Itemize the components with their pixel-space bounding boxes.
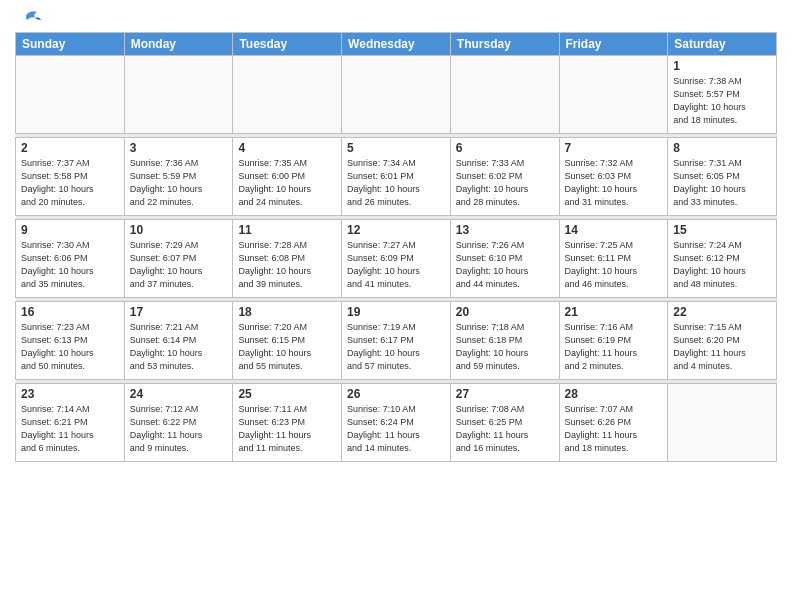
day-number: 19 (347, 305, 445, 319)
logo-bird-icon (19, 10, 41, 28)
day-number: 15 (673, 223, 771, 237)
table-row: 27Sunrise: 7:08 AM Sunset: 6:25 PM Dayli… (450, 384, 559, 462)
day-info: Sunrise: 7:28 AM Sunset: 6:08 PM Dayligh… (238, 239, 336, 291)
logo (15, 10, 41, 24)
day-info: Sunrise: 7:25 AM Sunset: 6:11 PM Dayligh… (565, 239, 663, 291)
page-header (15, 10, 777, 24)
day-number: 24 (130, 387, 228, 401)
table-row (16, 56, 125, 134)
table-row: 7Sunrise: 7:32 AM Sunset: 6:03 PM Daylig… (559, 138, 668, 216)
day-info: Sunrise: 7:10 AM Sunset: 6:24 PM Dayligh… (347, 403, 445, 455)
day-number: 21 (565, 305, 663, 319)
table-row: 4Sunrise: 7:35 AM Sunset: 6:00 PM Daylig… (233, 138, 342, 216)
day-number: 11 (238, 223, 336, 237)
day-info: Sunrise: 7:15 AM Sunset: 6:20 PM Dayligh… (673, 321, 771, 373)
table-row: 11Sunrise: 7:28 AM Sunset: 6:08 PM Dayli… (233, 220, 342, 298)
table-row: 20Sunrise: 7:18 AM Sunset: 6:18 PM Dayli… (450, 302, 559, 380)
table-row: 14Sunrise: 7:25 AM Sunset: 6:11 PM Dayli… (559, 220, 668, 298)
day-info: Sunrise: 7:38 AM Sunset: 5:57 PM Dayligh… (673, 75, 771, 127)
day-number: 4 (238, 141, 336, 155)
weekday-header-row: Sunday Monday Tuesday Wednesday Thursday… (16, 33, 777, 56)
day-number: 28 (565, 387, 663, 401)
table-row: 8Sunrise: 7:31 AM Sunset: 6:05 PM Daylig… (668, 138, 777, 216)
table-row: 3Sunrise: 7:36 AM Sunset: 5:59 PM Daylig… (124, 138, 233, 216)
day-number: 3 (130, 141, 228, 155)
day-info: Sunrise: 7:29 AM Sunset: 6:07 PM Dayligh… (130, 239, 228, 291)
table-row: 10Sunrise: 7:29 AM Sunset: 6:07 PM Dayli… (124, 220, 233, 298)
day-number: 2 (21, 141, 119, 155)
day-number: 26 (347, 387, 445, 401)
header-thursday: Thursday (450, 33, 559, 56)
day-number: 23 (21, 387, 119, 401)
table-row (233, 56, 342, 134)
day-info: Sunrise: 7:33 AM Sunset: 6:02 PM Dayligh… (456, 157, 554, 209)
day-number: 12 (347, 223, 445, 237)
day-number: 25 (238, 387, 336, 401)
day-number: 9 (21, 223, 119, 237)
day-number: 18 (238, 305, 336, 319)
calendar-week-row: 16Sunrise: 7:23 AM Sunset: 6:13 PM Dayli… (16, 302, 777, 380)
table-row: 18Sunrise: 7:20 AM Sunset: 6:15 PM Dayli… (233, 302, 342, 380)
day-number: 22 (673, 305, 771, 319)
table-row (342, 56, 451, 134)
header-friday: Friday (559, 33, 668, 56)
header-wednesday: Wednesday (342, 33, 451, 56)
day-info: Sunrise: 7:18 AM Sunset: 6:18 PM Dayligh… (456, 321, 554, 373)
table-row: 26Sunrise: 7:10 AM Sunset: 6:24 PM Dayli… (342, 384, 451, 462)
calendar-table: Sunday Monday Tuesday Wednesday Thursday… (15, 32, 777, 462)
day-number: 27 (456, 387, 554, 401)
table-row: 28Sunrise: 7:07 AM Sunset: 6:26 PM Dayli… (559, 384, 668, 462)
table-row: 1Sunrise: 7:38 AM Sunset: 5:57 PM Daylig… (668, 56, 777, 134)
day-number: 16 (21, 305, 119, 319)
header-sunday: Sunday (16, 33, 125, 56)
table-row: 16Sunrise: 7:23 AM Sunset: 6:13 PM Dayli… (16, 302, 125, 380)
day-info: Sunrise: 7:36 AM Sunset: 5:59 PM Dayligh… (130, 157, 228, 209)
table-row: 15Sunrise: 7:24 AM Sunset: 6:12 PM Dayli… (668, 220, 777, 298)
day-number: 14 (565, 223, 663, 237)
day-number: 8 (673, 141, 771, 155)
day-number: 17 (130, 305, 228, 319)
day-number: 1 (673, 59, 771, 73)
day-info: Sunrise: 7:31 AM Sunset: 6:05 PM Dayligh… (673, 157, 771, 209)
day-info: Sunrise: 7:34 AM Sunset: 6:01 PM Dayligh… (347, 157, 445, 209)
table-row: 2Sunrise: 7:37 AM Sunset: 5:58 PM Daylig… (16, 138, 125, 216)
day-number: 20 (456, 305, 554, 319)
header-saturday: Saturday (668, 33, 777, 56)
day-info: Sunrise: 7:11 AM Sunset: 6:23 PM Dayligh… (238, 403, 336, 455)
day-info: Sunrise: 7:08 AM Sunset: 6:25 PM Dayligh… (456, 403, 554, 455)
table-row: 12Sunrise: 7:27 AM Sunset: 6:09 PM Dayli… (342, 220, 451, 298)
day-info: Sunrise: 7:27 AM Sunset: 6:09 PM Dayligh… (347, 239, 445, 291)
day-info: Sunrise: 7:14 AM Sunset: 6:21 PM Dayligh… (21, 403, 119, 455)
day-number: 13 (456, 223, 554, 237)
day-info: Sunrise: 7:37 AM Sunset: 5:58 PM Dayligh… (21, 157, 119, 209)
day-info: Sunrise: 7:32 AM Sunset: 6:03 PM Dayligh… (565, 157, 663, 209)
table-row: 19Sunrise: 7:19 AM Sunset: 6:17 PM Dayli… (342, 302, 451, 380)
table-row: 24Sunrise: 7:12 AM Sunset: 6:22 PM Dayli… (124, 384, 233, 462)
day-info: Sunrise: 7:12 AM Sunset: 6:22 PM Dayligh… (130, 403, 228, 455)
header-monday: Monday (124, 33, 233, 56)
day-info: Sunrise: 7:20 AM Sunset: 6:15 PM Dayligh… (238, 321, 336, 373)
table-row: 17Sunrise: 7:21 AM Sunset: 6:14 PM Dayli… (124, 302, 233, 380)
day-info: Sunrise: 7:26 AM Sunset: 6:10 PM Dayligh… (456, 239, 554, 291)
day-info: Sunrise: 7:24 AM Sunset: 6:12 PM Dayligh… (673, 239, 771, 291)
table-row: 25Sunrise: 7:11 AM Sunset: 6:23 PM Dayli… (233, 384, 342, 462)
calendar-week-row: 23Sunrise: 7:14 AM Sunset: 6:21 PM Dayli… (16, 384, 777, 462)
table-row (124, 56, 233, 134)
calendar-week-row: 9Sunrise: 7:30 AM Sunset: 6:06 PM Daylig… (16, 220, 777, 298)
day-info: Sunrise: 7:30 AM Sunset: 6:06 PM Dayligh… (21, 239, 119, 291)
day-number: 6 (456, 141, 554, 155)
day-info: Sunrise: 7:19 AM Sunset: 6:17 PM Dayligh… (347, 321, 445, 373)
table-row: 6Sunrise: 7:33 AM Sunset: 6:02 PM Daylig… (450, 138, 559, 216)
table-row: 23Sunrise: 7:14 AM Sunset: 6:21 PM Dayli… (16, 384, 125, 462)
page-container: Sunday Monday Tuesday Wednesday Thursday… (0, 0, 792, 472)
day-number: 7 (565, 141, 663, 155)
day-info: Sunrise: 7:21 AM Sunset: 6:14 PM Dayligh… (130, 321, 228, 373)
header-tuesday: Tuesday (233, 33, 342, 56)
table-row: 21Sunrise: 7:16 AM Sunset: 6:19 PM Dayli… (559, 302, 668, 380)
calendar-week-row: 2Sunrise: 7:37 AM Sunset: 5:58 PM Daylig… (16, 138, 777, 216)
table-row: 22Sunrise: 7:15 AM Sunset: 6:20 PM Dayli… (668, 302, 777, 380)
day-number: 5 (347, 141, 445, 155)
table-row: 5Sunrise: 7:34 AM Sunset: 6:01 PM Daylig… (342, 138, 451, 216)
calendar-week-row: 1Sunrise: 7:38 AM Sunset: 5:57 PM Daylig… (16, 56, 777, 134)
table-row (450, 56, 559, 134)
